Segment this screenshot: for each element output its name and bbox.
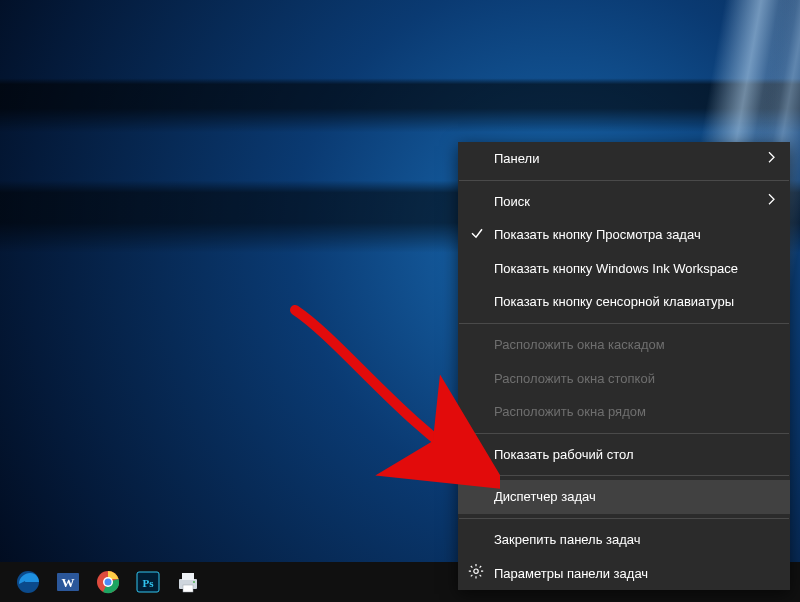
edge-icon <box>15 569 41 595</box>
menu-show-ink-workspace[interactable]: Показать кнопку Windows Ink Workspace <box>458 252 790 286</box>
taskbar-app-fax-scan[interactable] <box>168 562 208 602</box>
svg-text:W: W <box>62 575 75 590</box>
svg-point-14 <box>105 579 112 586</box>
taskbar-app-photoshop[interactable]: Ps <box>128 562 168 602</box>
svg-point-21 <box>193 581 195 583</box>
menu-lock-taskbar[interactable]: Закрепить панель задач <box>458 523 790 557</box>
menu-separator <box>459 323 789 324</box>
menu-separator <box>459 518 789 519</box>
taskbar-app-edge[interactable] <box>8 562 48 602</box>
menu-taskbar-settings[interactable]: Параметры панели задач <box>458 557 790 591</box>
menu-side-by-side-windows: Расположить окна рядом <box>458 395 790 429</box>
svg-line-7 <box>471 575 473 577</box>
svg-line-5 <box>471 566 473 568</box>
menu-separator <box>459 180 789 181</box>
menu-show-desktop[interactable]: Показать рабочий стол <box>458 438 790 472</box>
menu-task-manager-label: Диспетчер задач <box>494 489 596 505</box>
svg-line-8 <box>480 566 482 568</box>
menu-show-touch-keyboard[interactable]: Показать кнопку сенсорной клавиатуры <box>458 285 790 319</box>
chevron-right-icon <box>768 194 776 210</box>
menu-sidebyside-label: Расположить окна рядом <box>494 404 646 420</box>
chrome-icon <box>95 569 121 595</box>
menu-stack-windows: Расположить окна стопкой <box>458 362 790 396</box>
taskbar-context-menu: Панели Поиск Показать кнопку Просмотра з… <box>458 142 790 590</box>
taskbar-app-word[interactable]: W <box>48 562 88 602</box>
word-icon: W <box>55 569 81 595</box>
menu-panels[interactable]: Панели <box>458 142 790 176</box>
desktop-wallpaper: Панели Поиск Показать кнопку Просмотра з… <box>0 0 800 602</box>
chevron-right-icon <box>768 151 776 167</box>
menu-search-label: Поиск <box>494 194 530 210</box>
menu-cascade-windows: Расположить окна каскадом <box>458 328 790 362</box>
menu-show-ink-label: Показать кнопку Windows Ink Workspace <box>494 261 738 277</box>
taskbar-app-chrome[interactable] <box>88 562 128 602</box>
menu-search[interactable]: Поиск <box>458 185 790 219</box>
menu-taskbar-settings-label: Параметры панели задач <box>494 566 648 582</box>
svg-rect-19 <box>182 573 194 580</box>
menu-cascade-label: Расположить окна каскадом <box>494 337 665 353</box>
menu-show-taskview-button[interactable]: Показать кнопку Просмотра задач <box>458 218 790 252</box>
menu-task-manager[interactable]: Диспетчер задач <box>458 480 790 514</box>
menu-show-touch-kbd-label: Показать кнопку сенсорной клавиатуры <box>494 294 734 310</box>
svg-rect-20 <box>183 585 193 592</box>
printer-icon <box>175 569 201 595</box>
menu-show-desktop-label: Показать рабочий стол <box>494 447 633 463</box>
gear-icon <box>468 564 484 584</box>
svg-point-0 <box>474 569 478 573</box>
svg-text:Ps: Ps <box>143 577 155 589</box>
menu-show-taskview-label: Показать кнопку Просмотра задач <box>494 227 701 243</box>
menu-lock-taskbar-label: Закрепить панель задач <box>494 532 641 548</box>
photoshop-icon: Ps <box>135 569 161 595</box>
menu-panels-label: Панели <box>494 151 539 167</box>
svg-line-6 <box>480 575 482 577</box>
menu-stack-label: Расположить окна стопкой <box>494 371 655 387</box>
menu-separator <box>459 433 789 434</box>
check-icon <box>470 226 484 244</box>
menu-separator <box>459 475 789 476</box>
